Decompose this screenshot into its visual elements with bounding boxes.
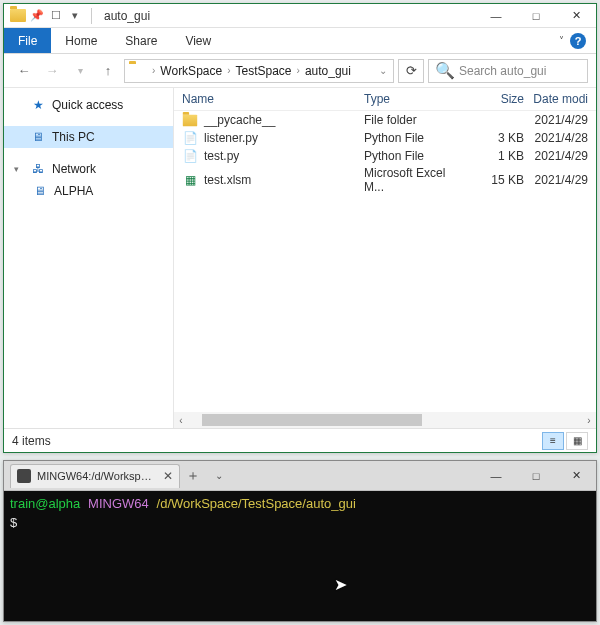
recent-locations-button[interactable]: ▾ — [68, 59, 92, 83]
ribbon-right: ˅ ? — [559, 28, 596, 53]
prompt-user: train@alpha — [10, 496, 80, 511]
app-icon — [10, 8, 26, 24]
window-title: auto_gui — [104, 9, 150, 23]
folder-icon — [129, 64, 145, 77]
explorer-body: ★ Quick access 🖥 This PC ▾ 🖧 Network 🖥 A… — [4, 88, 596, 428]
properties-icon[interactable]: ☐ — [48, 8, 64, 24]
minimize-button[interactable]: — — [476, 4, 516, 27]
horizontal-scrollbar[interactable]: ‹ › — [174, 412, 596, 428]
help-icon[interactable]: ? — [570, 33, 586, 49]
file-explorer-window: 📌 ☐ ▾ auto_gui — □ ✕ File Home Share Vie… — [3, 3, 597, 453]
search-box[interactable]: 🔍 — [428, 59, 588, 83]
up-button[interactable]: ↑ — [96, 59, 120, 83]
search-input[interactable] — [459, 64, 581, 78]
file-date: 2021/4/28 — [524, 131, 588, 145]
pin-icon[interactable]: 📌 — [29, 8, 45, 24]
pc-icon: 🖥 — [30, 129, 46, 145]
ribbon: File Home Share View ˅ ? — [4, 28, 596, 54]
file-row[interactable]: ▦test.xlsm Microsoft Excel M... 15 KB 20… — [174, 165, 596, 195]
search-icon: 🔍 — [435, 61, 455, 80]
maximize-button[interactable]: □ — [516, 4, 556, 27]
terminal-titlebar[interactable]: MINGW64:/d/Workspace/TestS ✕ ＋ ⌄ — □ ✕ — [4, 461, 596, 491]
file-name: test.py — [204, 149, 239, 163]
separator — [91, 8, 92, 24]
terminal-window-controls: — □ ✕ — [476, 461, 596, 490]
file-row[interactable]: 📄listener.py Python File 3 KB 2021/4/28 — [174, 129, 596, 147]
file-area: Name Type Size Date modi __pycache__ Fil… — [174, 88, 596, 428]
ribbon-home-tab[interactable]: Home — [51, 28, 111, 53]
breadcrumb-segment[interactable]: TestSpace — [234, 64, 294, 78]
breadcrumb[interactable]: › WorkSpace › TestSpace › auto_gui ⌄ — [124, 59, 394, 83]
computer-icon: 🖥 — [32, 183, 48, 199]
terminal-tab[interactable]: MINGW64:/d/Workspace/TestS ✕ — [10, 464, 180, 488]
ribbon-view-tab[interactable]: View — [171, 28, 225, 53]
view-mode-buttons: ≡ ▦ — [542, 432, 588, 450]
terminal-window: MINGW64:/d/Workspace/TestS ✕ ＋ ⌄ — □ ✕ t… — [3, 460, 597, 622]
breadcrumb-segment[interactable]: WorkSpace — [158, 64, 224, 78]
details-view-button[interactable]: ≡ — [542, 432, 564, 450]
file-name: __pycache__ — [204, 113, 275, 127]
terminal-body[interactable]: train@alpha MINGW64 /d/WorkSpace/TestSpa… — [4, 491, 596, 621]
ribbon-file-tab[interactable]: File — [4, 28, 51, 53]
maximize-button[interactable]: □ — [516, 461, 556, 490]
text-cursor — [25, 515, 30, 529]
column-size[interactable]: Size — [464, 92, 524, 106]
back-button[interactable]: ← — [12, 59, 36, 83]
prompt-path: /d/WorkSpace/TestSpace/auto_gui — [157, 496, 356, 511]
thumbnails-view-button[interactable]: ▦ — [566, 432, 588, 450]
ribbon-share-tab[interactable]: Share — [111, 28, 171, 53]
scroll-right-icon[interactable]: › — [582, 415, 596, 426]
nav-label: Network — [52, 162, 96, 176]
prompt-system: MINGW64 — [88, 496, 149, 511]
file-type: Microsoft Excel M... — [364, 166, 464, 194]
tab-dropdown-icon[interactable]: ⌄ — [206, 470, 232, 481]
scroll-left-icon[interactable]: ‹ — [174, 415, 188, 426]
forward-button[interactable]: → — [40, 59, 64, 83]
breadcrumb-segment[interactable]: auto_gui — [303, 64, 353, 78]
excel-file-icon: ▦ — [182, 172, 198, 188]
minimize-button[interactable]: — — [476, 461, 516, 490]
close-button[interactable]: ✕ — [556, 461, 596, 490]
close-button[interactable]: ✕ — [556, 4, 596, 27]
qat-dropdown-icon[interactable]: ▾ — [67, 8, 83, 24]
file-size: 1 KB — [464, 149, 524, 163]
column-date[interactable]: Date modi — [524, 92, 588, 106]
ribbon-expand-icon[interactable]: ˅ — [559, 35, 564, 46]
breadcrumb-dropdown-icon[interactable]: ⌄ — [373, 65, 393, 76]
chevron-right-icon[interactable]: › — [224, 65, 233, 76]
file-list[interactable]: __pycache__ File folder 2021/4/29 📄liste… — [174, 111, 596, 412]
prompt-symbol: $ — [10, 515, 17, 530]
column-type[interactable]: Type — [364, 92, 464, 106]
network-icon: 🖧 — [30, 161, 46, 177]
file-row[interactable]: __pycache__ File folder 2021/4/29 — [174, 111, 596, 129]
address-bar: ← → ▾ ↑ › WorkSpace › TestSpace › auto_g… — [4, 54, 596, 88]
nav-quick-access[interactable]: ★ Quick access — [4, 94, 173, 116]
window-controls: — □ ✕ — [476, 4, 596, 27]
quick-access-toolbar: 📌 ☐ ▾ auto_gui — [4, 4, 150, 27]
file-row[interactable]: 📄test.py Python File 1 KB 2021/4/29 — [174, 147, 596, 165]
column-headers[interactable]: Name Type Size Date modi — [174, 88, 596, 111]
column-name[interactable]: Name — [182, 92, 364, 106]
scrollbar-track[interactable] — [202, 413, 568, 427]
navigation-pane: ★ Quick access 🖥 This PC ▾ 🖧 Network 🖥 A… — [4, 88, 174, 428]
new-tab-button[interactable]: ＋ — [180, 467, 206, 485]
python-file-icon: 📄 — [182, 130, 198, 146]
refresh-button[interactable]: ⟳ — [398, 59, 424, 83]
scrollbar-thumb[interactable] — [202, 414, 422, 426]
nav-network[interactable]: ▾ 🖧 Network — [4, 158, 173, 180]
terminal-icon — [17, 469, 31, 483]
file-type: Python File — [364, 131, 464, 145]
nav-this-pc[interactable]: 🖥 This PC — [4, 126, 173, 148]
chevron-right-icon[interactable]: › — [149, 65, 158, 76]
file-type: Python File — [364, 149, 464, 163]
python-file-icon: 📄 — [182, 148, 198, 164]
collapse-icon[interactable]: ▾ — [14, 164, 24, 174]
close-tab-icon[interactable]: ✕ — [163, 469, 173, 483]
file-date: 2021/4/29 — [524, 173, 588, 187]
file-name: test.xlsm — [204, 173, 251, 187]
nav-network-child[interactable]: 🖥 ALPHA — [4, 180, 173, 202]
chevron-right-icon[interactable]: › — [294, 65, 303, 76]
file-date: 2021/4/29 — [524, 149, 588, 163]
file-type: File folder — [364, 113, 464, 127]
titlebar[interactable]: 📌 ☐ ▾ auto_gui — □ ✕ — [4, 4, 596, 28]
